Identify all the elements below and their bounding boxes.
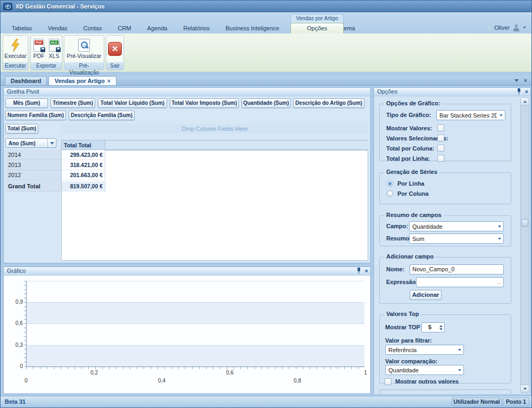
- field-total-valor-imposto[interactable]: Total Valor Imposto (Sum): [170, 98, 239, 108]
- pdf-button[interactable]: PDF PDF: [32, 38, 46, 60]
- ribbon-group-sair: ✕ Sair: [106, 35, 124, 70]
- mostrar-outros-checkbox[interactable]: [385, 378, 392, 385]
- xls-button[interactable]: XLS XLS: [47, 38, 61, 60]
- close-tab-icon[interactable]: ×: [107, 78, 111, 84]
- tab-list-chevron-down-icon[interactable]: [514, 79, 519, 82]
- executar-button[interactable]: Executar: [3, 38, 28, 60]
- por-coluna-radio[interactable]: [387, 190, 393, 197]
- y-tick-label: 0,9: [7, 299, 23, 305]
- spinner-down-icon[interactable]: [439, 328, 443, 330]
- close-document-icon[interactable]: ×: [524, 78, 527, 84]
- field-trimestre[interactable]: Trimestre (Sum): [51, 98, 95, 108]
- home-icon: ⌂: [487, 24, 491, 31]
- tab-crm[interactable]: CRM: [110, 25, 139, 31]
- previsualizar-button[interactable]: Pré-Visualizar: [65, 38, 103, 60]
- pivot-row-label[interactable]: 2014: [5, 150, 61, 160]
- field-mes[interactable]: Mês (Sum): [5, 98, 48, 108]
- tab-agenda[interactable]: Agenda: [139, 25, 176, 31]
- field-numero-familia[interactable]: Numero Familia (Sum): [5, 111, 66, 120]
- field-ano[interactable]: Ano (Sum): [5, 138, 56, 148]
- tab-tabelas[interactable]: Tabelas: [4, 25, 40, 31]
- y-axis-ticks: [24, 281, 26, 367]
- pivot-body: Mês (Sum) Trimestre (Sum) Total Valor Lí…: [4, 96, 370, 263]
- campo-select[interactable]: Quantidade: [409, 221, 504, 231]
- tab-business-inteligence[interactable]: Business Inteligence: [218, 25, 287, 31]
- mostrar-valores-label: Mostrar Valores:: [386, 125, 432, 131]
- spinner-up-icon[interactable]: [439, 325, 443, 327]
- valores-selecionados-checkbox[interactable]: [437, 135, 444, 141]
- valor-filtrar-select[interactable]: Referência: [385, 345, 464, 355]
- por-linha-radio[interactable]: [387, 180, 393, 187]
- x-axis-ticks: [26, 367, 364, 369]
- nome-input[interactable]: Novo_Campo_0: [410, 264, 504, 274]
- tab-vendas[interactable]: Vendas: [40, 25, 76, 31]
- executar-button-label: Executar: [4, 53, 26, 59]
- column-drop-zone[interactable]: Drop Column Fields Here: [61, 124, 368, 134]
- sair-button[interactable]: ✕: [106, 41, 123, 56]
- options-panel-title: Opções: [377, 88, 397, 95]
- field-quantidade[interactable]: Quantidade (Sum): [242, 98, 290, 108]
- ribbon-group-previsualizacao: Pré-Visualizar Pré-Visualização: [64, 35, 104, 70]
- field-descricao-artigo[interactable]: Descrição do Artigo (Sum): [293, 98, 364, 108]
- expressao-browse-icon[interactable]: ...: [497, 278, 501, 287]
- pivot-column-header[interactable]: Total Total (Sum): [61, 140, 105, 150]
- total-por-linha-checkbox[interactable]: [437, 155, 444, 162]
- pivot-grand-total-value[interactable]: 819.507,00 €: [62, 181, 105, 191]
- group-legend: Resumo de campos: [384, 212, 444, 218]
- scrollbar-thumb[interactable]: [521, 219, 528, 227]
- panel-close-icon[interactable]: ×: [525, 88, 528, 95]
- expressao-input[interactable]: ...: [416, 277, 504, 287]
- group-legend: Geração de Séries: [384, 169, 439, 175]
- pivot-row-label[interactable]: 2013: [5, 160, 61, 170]
- tab-contas[interactable]: Contas: [76, 25, 110, 31]
- pivot-grand-total-label[interactable]: Grand Total: [5, 181, 61, 191]
- tipo-grafico-select[interactable]: Bar Stacked Series 2D: [436, 110, 505, 120]
- pivot-panel: Grelha Pivot Mês (Sum) Trimestre (Sum) T…: [3, 87, 371, 263]
- field-total-valor-liquido[interactable]: Total Valor Líquido (Sum): [98, 98, 167, 108]
- pivot-row-value[interactable]: 318.421,00 €: [62, 160, 105, 170]
- chevron-down-icon: [455, 369, 463, 371]
- panel-close-icon[interactable]: ×: [365, 268, 368, 274]
- mostrar-top-spinner[interactable]: 5: [421, 322, 445, 332]
- app-window: XD Gestão Comercial - Serviços Tabelas V…: [0, 0, 532, 408]
- doc-tab-dashboard[interactable]: Dashboard: [5, 76, 47, 85]
- doc-tab-dashboard-label: Dashboard: [11, 78, 41, 84]
- user-menu[interactable]: ⌂ Oliver: [487, 23, 526, 32]
- total-por-linha-label: Total por Linha:: [386, 155, 430, 162]
- field-total[interactable]: Total (Sum): [5, 124, 38, 134]
- options-scrollbar[interactable]: [520, 97, 529, 393]
- group-geracao-series: Geração de Séries Por Linha Por Coluna: [379, 172, 511, 204]
- pivot-row-value[interactable]: 201.663,00 €: [62, 170, 105, 180]
- valor-comparacao-select[interactable]: Quantidade: [385, 365, 464, 375]
- group-label-sair: Sair: [106, 62, 123, 70]
- chevron-down-icon: [523, 27, 526, 29]
- tab-relatorios[interactable]: Relatórios: [175, 25, 218, 31]
- user-name: Oliver: [494, 24, 510, 31]
- scroll-up-icon[interactable]: [521, 98, 529, 106]
- tab-opcoes[interactable]: Opções: [290, 23, 344, 34]
- pivot-grid-area: [61, 150, 368, 261]
- mostrar-top-value: 5: [422, 323, 438, 332]
- pivot-row-label[interactable]: 2012: [5, 170, 61, 180]
- options-panel-header: Opções ×: [374, 88, 530, 96]
- doc-tab-vendas-por-artigo[interactable]: Vendas por Artigo ×: [48, 76, 116, 85]
- nome-value: Novo_Campo_0: [412, 265, 501, 274]
- field-descricao-familia[interactable]: Descrição Familia (Sum): [69, 111, 135, 120]
- resumo-select[interactable]: Sum: [409, 234, 504, 244]
- pin-icon[interactable]: [517, 88, 521, 95]
- field-ano-dropdown[interactable]: [47, 139, 56, 147]
- resumo-value: Sum: [410, 236, 495, 242]
- chevron-down-icon: [497, 114, 505, 116]
- adicionar-button[interactable]: Adicionar: [410, 290, 442, 300]
- pivot-row-value[interactable]: 299.423,00 €: [62, 150, 105, 160]
- mostrar-valores-checkbox[interactable]: [437, 124, 444, 131]
- ribbon-group-executar: Executar Executar: [3, 35, 28, 70]
- chart-panel: Gráfico × 0,9 0,6 0,3 0 0,2 0,6 1 0: [3, 267, 371, 393]
- pdf-button-label: PDF: [34, 53, 45, 59]
- chevron-down-icon: [495, 238, 503, 240]
- options-panel: Opções × Opções de Gráfico: Tipo de Gráf…: [373, 87, 531, 394]
- total-por-coluna-checkbox[interactable]: [437, 145, 444, 152]
- document-tab-strip: Dashboard Vendas por Artigo × ×: [1, 76, 531, 86]
- pin-icon[interactable]: [356, 268, 361, 274]
- scroll-down-icon[interactable]: [521, 385, 529, 393]
